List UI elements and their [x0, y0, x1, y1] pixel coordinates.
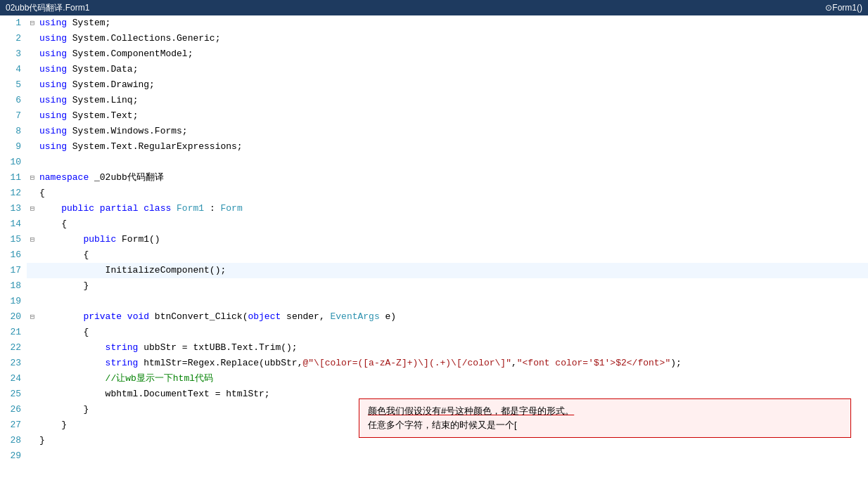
title-right: ⊙Form1() — [825, 3, 862, 13]
code-line: 5using System.Drawing; — [0, 77, 868, 93]
code-line: 29 — [0, 448, 868, 464]
code-line: 3using System.ComponentModel; — [0, 46, 868, 62]
line-number: 5 — [0, 77, 27, 93]
line-content[interactable]: } — [38, 278, 868, 294]
line-number: 4 — [0, 62, 27, 77]
line-number: 25 — [0, 387, 27, 402]
line-content[interactable]: public Form1() — [38, 232, 868, 247]
line-number: 11 — [0, 170, 27, 186]
code-line: 8using System.Windows.Forms; — [0, 124, 868, 139]
line-number: 28 — [0, 433, 27, 448]
code-area: 1⊟using System;2using System.Collections… — [0, 15, 868, 480]
code-line: 22 string ubbStr = txtUBB.Text.Trim(); — [0, 340, 868, 356]
form-tab[interactable]: ⊙Form1() — [825, 3, 862, 13]
line-number: 19 — [0, 294, 27, 309]
line-content[interactable]: InitializeComponent(); — [38, 263, 868, 278]
line-number: 17 — [0, 263, 27, 278]
line-number: 14 — [0, 216, 27, 232]
line-number: 12 — [0, 186, 27, 201]
tooltip-line2: 任意多个字符，结束的时候又是一个[ — [368, 419, 842, 432]
code-line: 23 string htmlStr=Regex.Replace(ubbStr,@… — [0, 356, 868, 371]
line-content[interactable]: using System.Text.RegularExpressions; — [38, 139, 868, 155]
line-content[interactable]: //让wb显示一下html代码 — [38, 371, 868, 387]
line-content[interactable]: { — [38, 247, 868, 263]
line-content[interactable]: using System.Text; — [38, 108, 868, 124]
line-number: 1 — [0, 15, 27, 31]
code-line: 24 //让wb显示一下html代码 — [0, 371, 868, 387]
code-line: 4using System.Data; — [0, 62, 868, 77]
line-number: 7 — [0, 108, 27, 124]
line-content[interactable]: using System.Data; — [38, 62, 868, 77]
line-content[interactable]: using System; — [38, 15, 868, 31]
code-line: 12{ — [0, 186, 868, 201]
code-line: 18 } — [0, 278, 868, 294]
line-number: 18 — [0, 278, 27, 294]
line-number: 10 — [0, 155, 27, 170]
line-number: 24 — [0, 371, 27, 387]
line-content[interactable]: { — [38, 216, 868, 232]
code-line: 6using System.Linq; — [0, 93, 868, 108]
code-line: 13⊟ public partial class Form1 : Form — [0, 201, 868, 216]
code-line: 20⊟ private void btnConvert_Click(object… — [0, 309, 868, 325]
collapse-icon[interactable]: ⊟ — [27, 170, 38, 186]
code-line: 21 { — [0, 325, 868, 340]
collapse-icon[interactable]: ⊟ — [27, 201, 38, 216]
line-content[interactable]: using System.Windows.Forms; — [38, 124, 868, 139]
line-number: 16 — [0, 247, 27, 263]
collapse-icon[interactable]: ⊟ — [27, 309, 38, 325]
code-line: 15⊟ public Form1() — [0, 232, 868, 247]
code-line: 19 — [0, 294, 868, 309]
code-line: 17 InitializeComponent(); — [0, 263, 868, 278]
line-number: 23 — [0, 356, 27, 371]
title-bar: 02ubb代码翻译.Form1 ⊙Form1() — [0, 0, 868, 15]
code-line: 11⊟namespace _02ubb代码翻译 — [0, 170, 868, 186]
line-number: 27 — [0, 417, 27, 433]
tooltip-box: 颜色我们假设没有#号这种颜色，都是字母的形式。 任意多个字符，结束的时候又是一个… — [359, 398, 851, 438]
line-number: 15 — [0, 232, 27, 247]
line-content[interactable]: { — [38, 325, 868, 340]
line-content[interactable]: namespace _02ubb代码翻译 — [38, 170, 868, 186]
line-content[interactable]: string htmlStr=Regex.Replace(ubbStr,@"\[… — [38, 356, 868, 371]
line-number: 2 — [0, 31, 27, 46]
title-text: 02ubb代码翻译.Form1 — [6, 2, 89, 14]
line-number: 13 — [0, 201, 27, 216]
line-content[interactable]: private void btnConvert_Click(object sen… — [38, 309, 868, 325]
line-number: 22 — [0, 340, 27, 356]
tooltip-line1: 颜色我们假设没有#号这种颜色，都是字母的形式。 — [368, 405, 842, 417]
code-line: 10 — [0, 155, 868, 170]
code-line: 14 { — [0, 216, 868, 232]
collapse-icon[interactable]: ⊟ — [27, 15, 38, 31]
code-line: 2using System.Collections.Generic; — [0, 31, 868, 46]
line-number: 3 — [0, 46, 27, 62]
line-content[interactable]: { — [38, 186, 868, 201]
line-number: 26 — [0, 402, 27, 417]
line-number: 8 — [0, 124, 27, 139]
line-content[interactable]: string ubbStr = txtUBB.Text.Trim(); — [38, 340, 868, 356]
collapse-icon[interactable]: ⊟ — [27, 232, 38, 247]
line-content[interactable]: public partial class Form1 : Form — [38, 201, 868, 216]
code-line: 16 { — [0, 247, 868, 263]
line-number: 9 — [0, 139, 27, 155]
line-number: 6 — [0, 93, 27, 108]
line-content[interactable]: using System.Drawing; — [38, 77, 868, 93]
line-content[interactable]: using System.ComponentModel; — [38, 46, 868, 62]
line-content[interactable]: using System.Linq; — [38, 93, 868, 108]
line-content[interactable]: using System.Collections.Generic; — [38, 31, 868, 46]
code-line: 9using System.Text.RegularExpressions; — [0, 139, 868, 155]
line-number: 20 — [0, 309, 27, 325]
code-lines: 1⊟using System;2using System.Collections… — [0, 15, 868, 464]
code-line: 7using System.Text; — [0, 108, 868, 124]
line-number: 29 — [0, 448, 27, 464]
title-left: 02ubb代码翻译.Form1 — [6, 2, 89, 14]
code-line: 1⊟using System; — [0, 15, 868, 31]
line-number: 21 — [0, 325, 27, 340]
